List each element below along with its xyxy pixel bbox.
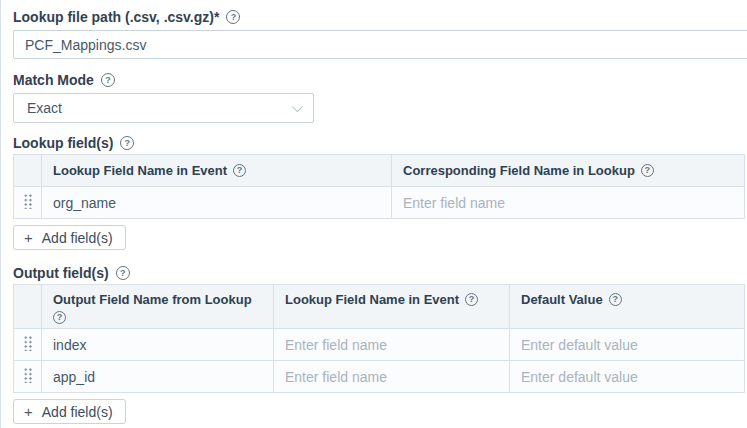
help-icon[interactable]: ? xyxy=(53,311,66,324)
column-header-label: Lookup Field Name in Event xyxy=(285,292,459,307)
drag-handle-icon[interactable] xyxy=(23,335,33,351)
help-icon[interactable]: ? xyxy=(465,293,478,306)
lookup-file-path-label-row: Lookup file path (.csv, .csv.gz)* ? xyxy=(13,9,747,25)
help-icon[interactable]: ? xyxy=(226,10,240,24)
help-icon[interactable]: ? xyxy=(233,164,246,177)
column-header-lookup-field-name-in-event: Lookup Field Name in Event ? xyxy=(42,155,392,187)
help-icon[interactable]: ? xyxy=(116,266,130,280)
table-row: index Enter field name Enter default val… xyxy=(14,329,745,361)
help-icon[interactable]: ? xyxy=(101,73,115,87)
lookup-function-form: Lookup file path (.csv, .csv.gz)* ? Matc… xyxy=(1,0,747,424)
add-output-field-button[interactable]: + Add field(s) xyxy=(13,399,126,424)
lookup-fields-label-row: Lookup field(s) ? xyxy=(13,135,747,151)
output-fields-header-row: Output Field Name from Lookup ? Lookup F… xyxy=(14,285,745,329)
output-field-name-input[interactable]: app_id xyxy=(42,361,274,393)
column-header-output-field-name-from-lookup: Output Field Name from Lookup ? xyxy=(42,285,274,329)
default-value-input[interactable]: Enter default value xyxy=(510,361,745,393)
column-header-default-value: Default Value ? xyxy=(510,285,745,329)
column-header-label: Lookup Field Name in Event xyxy=(53,163,227,178)
plus-icon: + xyxy=(24,404,33,419)
column-header-label: Default Value xyxy=(521,292,603,307)
help-icon[interactable]: ? xyxy=(609,293,622,306)
drag-handle-icon[interactable] xyxy=(23,193,33,209)
output-fields-label-row: Output field(s) ? xyxy=(13,265,747,281)
lookup-event-field-input[interactable]: Enter field name xyxy=(274,361,510,393)
table-row: app_id Enter field name Enter default va… xyxy=(14,361,745,393)
match-mode-select[interactable]: Exact xyxy=(13,93,314,123)
lookup-file-path-input[interactable] xyxy=(13,30,747,59)
match-mode-label: Match Mode xyxy=(13,72,94,88)
add-lookup-field-button[interactable]: + Add field(s) xyxy=(13,225,126,250)
drag-cell xyxy=(14,329,42,361)
plus-icon: + xyxy=(24,230,33,245)
output-field-name-input[interactable]: index xyxy=(42,329,274,361)
match-mode-selected-value: Exact xyxy=(27,100,62,116)
drag-cell xyxy=(14,361,42,393)
add-button-label: Add field(s) xyxy=(42,404,113,420)
lookup-file-path-label: Lookup file path (.csv, .csv.gz)* xyxy=(13,9,219,25)
match-mode-label-row: Match Mode ? xyxy=(13,72,747,88)
default-value-input[interactable]: Enter default value xyxy=(510,329,745,361)
output-fields-label: Output field(s) xyxy=(13,265,109,281)
lookup-fields-table: Lookup Field Name in Event ? Correspondi… xyxy=(13,154,745,219)
help-icon[interactable]: ? xyxy=(120,136,134,150)
column-header-label: Output Field Name from Lookup xyxy=(53,292,252,307)
lookup-fields-header-row: Lookup Field Name in Event ? Correspondi… xyxy=(14,155,745,187)
column-header-corresponding-field-name-in-lookup: Corresponding Field Name in Lookup ? xyxy=(392,155,745,187)
drag-handle-icon[interactable] xyxy=(23,367,33,383)
add-button-label: Add field(s) xyxy=(42,230,113,246)
chevron-down-icon xyxy=(292,101,303,112)
output-fields-table: Output Field Name from Lookup ? Lookup F… xyxy=(13,284,745,393)
lookup-event-field-input[interactable]: Enter field name xyxy=(274,329,510,361)
table-row: org_name Enter field name xyxy=(14,187,745,219)
help-icon[interactable]: ? xyxy=(641,164,654,177)
column-header-lookup-field-name-in-event: Lookup Field Name in Event ? xyxy=(274,285,510,329)
corresponding-lookup-field-input[interactable]: Enter field name xyxy=(392,187,745,219)
drag-cell xyxy=(14,187,42,219)
lookup-fields-label: Lookup field(s) xyxy=(13,135,113,151)
lookup-event-field-input[interactable]: org_name xyxy=(42,187,392,219)
drag-column-header xyxy=(14,285,42,329)
column-header-label: Corresponding Field Name in Lookup xyxy=(403,163,635,178)
drag-column-header xyxy=(14,155,42,187)
